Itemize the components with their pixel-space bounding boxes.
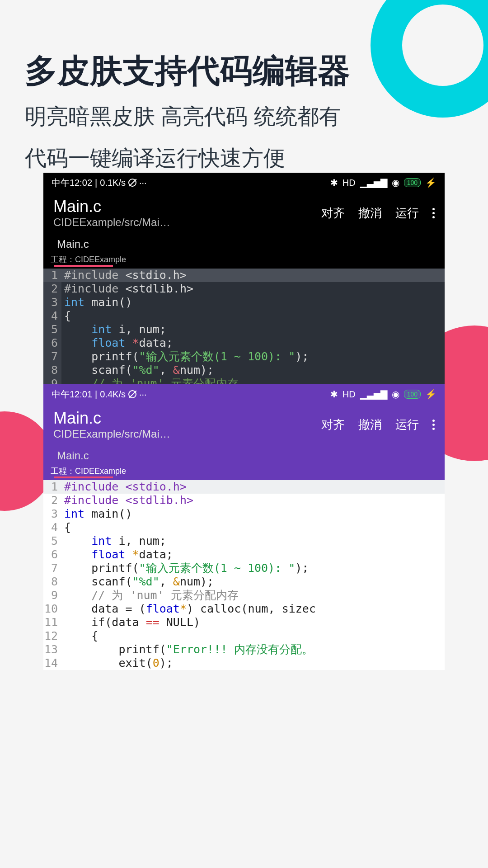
code-line[interactable]: 8 scanf("%d", &num);: [43, 363, 445, 377]
line-number: 9: [43, 377, 61, 384]
code-line[interactable]: 13 printf("Error!!! 内存没有分配。: [43, 643, 445, 656]
undo-button[interactable]: 撤消: [358, 417, 382, 433]
clock-text: 中午12:01: [52, 388, 92, 401]
code-line[interactable]: 7 printf("输入元素个数(1 ~ 100): ");: [43, 350, 445, 363]
code-line[interactable]: 4{: [43, 521, 445, 534]
code-text[interactable]: printf("Error!!! 内存没有分配。: [61, 643, 445, 656]
code-line[interactable]: 14 exit(0);: [43, 656, 445, 670]
code-text[interactable]: // 为 'num' 元素分配内存: [61, 589, 445, 602]
charge-icon: ⚡: [425, 389, 436, 400]
code-text[interactable]: scanf("%d", &num);: [61, 363, 445, 377]
tab-file[interactable]: Main.c: [52, 236, 94, 252]
code-line[interactable]: 7 printf("输入元素个数(1 ~ 100): ");: [43, 561, 445, 575]
more-vert-icon[interactable]: [432, 420, 435, 430]
code-line[interactable]: 6 float *data;: [43, 336, 445, 350]
code-line[interactable]: 2#include <stdlib.h>: [43, 494, 445, 507]
line-number: 5: [43, 534, 61, 548]
code-text[interactable]: {: [61, 629, 445, 643]
page-title: 多皮肤支持代码编辑器: [25, 50, 463, 92]
battery-icon: 100: [404, 390, 421, 399]
app-bar: Main.c CIDEExample/src/Mai… 对齐 撤消 运行: [43, 404, 445, 445]
code-text[interactable]: #include <stdlib.h>: [61, 494, 445, 507]
screenshot-dark: 中午12:02 | 0.1K/s ··· ✱ HD ▁▃▅▇ ◉ 100 ⚡ M…: [43, 173, 445, 384]
code-text[interactable]: #include <stdio.h>: [61, 480, 445, 494]
code-line[interactable]: 6 float *data;: [43, 548, 445, 561]
code-text[interactable]: int main(): [61, 507, 445, 521]
more-vert-icon[interactable]: [432, 208, 435, 218]
line-number: 8: [43, 363, 61, 377]
code-text[interactable]: data = (float*) calloc(num, sizec: [61, 602, 445, 616]
code-line[interactable]: 11 if(data == NULL): [43, 616, 445, 629]
code-line[interactable]: 9 // 为 'num' 元素分配内存: [43, 377, 445, 384]
line-number: 6: [43, 336, 61, 350]
code-line[interactable]: 5 int i, num;: [43, 534, 445, 548]
signal-icon: ▁▃▅▇: [360, 389, 387, 400]
code-line[interactable]: 12 {: [43, 629, 445, 643]
code-line[interactable]: 5 int i, num;: [43, 323, 445, 336]
undo-button[interactable]: 撤消: [358, 205, 382, 221]
line-number: 2: [43, 494, 61, 507]
code-text[interactable]: {: [61, 309, 445, 323]
file-title: Main.c: [53, 409, 321, 428]
hd-icon: HD: [343, 389, 356, 400]
status-bar: 中午12:01 | 0.4K/s ··· ✱ HD ▁▃▅▇ ◉ 100 ⚡: [43, 384, 445, 404]
line-number: 13: [43, 643, 61, 656]
line-number: 2: [43, 282, 61, 296]
code-line[interactable]: 1#include <stdio.h>: [43, 269, 445, 282]
code-text[interactable]: #include <stdio.h>: [61, 269, 445, 282]
divider: |: [95, 178, 97, 188]
code-text[interactable]: exit(0);: [61, 656, 445, 670]
code-line[interactable]: 10 data = (float*) calloc(num, sizec: [43, 602, 445, 616]
code-editor[interactable]: 1#include <stdio.h>2#include <stdlib.h>3…: [43, 269, 445, 384]
code-editor[interactable]: 1#include <stdio.h>2#include <stdlib.h>3…: [43, 480, 445, 670]
page-subtitle: 代码一键编译运行快速方便: [25, 141, 463, 176]
net-speed: 0.4K/s: [100, 389, 126, 400]
code-text[interactable]: {: [61, 521, 445, 534]
code-text[interactable]: float *data;: [61, 336, 445, 350]
breadcrumb: CIDEExample/src/Mai…: [53, 216, 321, 229]
file-title: Main.c: [53, 197, 321, 216]
project-label: 工程：CIDEExample: [51, 467, 126, 476]
code-text[interactable]: int main(): [61, 296, 445, 309]
battery-icon: 100: [404, 178, 421, 187]
code-text[interactable]: int i, num;: [61, 323, 445, 336]
code-text[interactable]: scanf("%d", &num);: [61, 575, 445, 589]
align-button[interactable]: 对齐: [321, 417, 345, 433]
code-text[interactable]: int i, num;: [61, 534, 445, 548]
more-horizontal-icon: ···: [139, 389, 147, 400]
line-number: 6: [43, 548, 61, 561]
run-button[interactable]: 运行: [395, 417, 419, 433]
code-line[interactable]: 4{: [43, 309, 445, 323]
charge-icon: ⚡: [425, 177, 436, 188]
no-sim-icon: [128, 179, 136, 187]
run-button[interactable]: 运行: [395, 205, 419, 221]
page-subtitle: 明亮暗黑皮肤 高亮代码 统统都有: [25, 99, 463, 134]
code-line[interactable]: 3int main(): [43, 296, 445, 309]
code-text[interactable]: printf("输入元素个数(1 ~ 100): ");: [61, 350, 445, 363]
breadcrumb: CIDEExample/src/Mai…: [53, 428, 321, 440]
code-line[interactable]: 2#include <stdlib.h>: [43, 282, 445, 296]
line-number: 1: [43, 480, 61, 494]
line-number: 7: [43, 350, 61, 363]
code-text[interactable]: printf("输入元素个数(1 ~ 100): ");: [61, 561, 445, 575]
bluetooth-icon: ✱: [330, 177, 338, 188]
line-number: 4: [43, 521, 61, 534]
line-number: 7: [43, 561, 61, 575]
code-line[interactable]: 1#include <stdio.h>: [43, 480, 445, 494]
line-number: 9: [43, 589, 61, 602]
line-number: 10: [43, 602, 61, 616]
code-text[interactable]: #include <stdlib.h>: [61, 282, 445, 296]
hd-icon: HD: [343, 178, 356, 188]
code-line[interactable]: 9 // 为 'num' 元素分配内存: [43, 589, 445, 602]
clock-text: 中午12:02: [52, 177, 92, 189]
app-bar: Main.c CIDEExample/src/Mai… 对齐 撤消 运行: [43, 193, 445, 233]
line-number: 1: [43, 269, 61, 282]
code-line[interactable]: 3int main(): [43, 507, 445, 521]
code-line[interactable]: 8 scanf("%d", &num);: [43, 575, 445, 589]
code-text[interactable]: if(data == NULL): [61, 616, 445, 629]
code-text[interactable]: // 为 'num' 元素分配内存: [61, 377, 445, 384]
code-text[interactable]: float *data;: [61, 548, 445, 561]
align-button[interactable]: 对齐: [321, 205, 345, 221]
wifi-icon: ◉: [392, 389, 399, 400]
tab-file[interactable]: Main.c: [52, 448, 94, 464]
